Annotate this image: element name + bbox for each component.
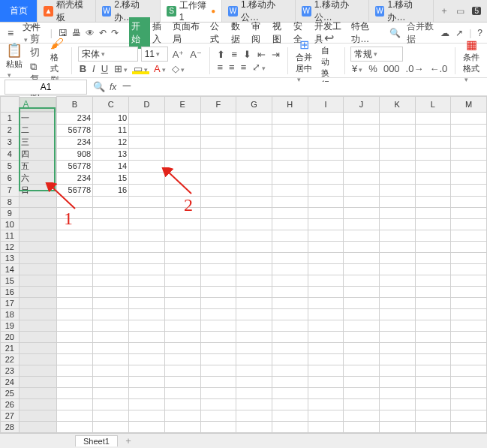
italic-button[interactable]: I — [91, 63, 97, 74]
col-header-J[interactable]: J — [344, 97, 380, 113]
grid[interactable]: ABCDEFGHIJKLM 1一234102二56778113三234124四9… — [0, 96, 487, 434]
cell[interactable] — [200, 112, 236, 124]
cell[interactable]: 二 — [19, 124, 56, 136]
cell[interactable] — [129, 331, 165, 342]
cell[interactable] — [272, 160, 308, 172]
name-box[interactable] — [5, 80, 87, 95]
cell[interactable] — [451, 136, 487, 148]
cell[interactable] — [93, 241, 129, 252]
cell[interactable] — [129, 353, 165, 365]
formula-input[interactable] — [119, 82, 487, 92]
cell[interactable] — [308, 124, 344, 136]
cell[interactable] — [379, 387, 415, 398]
indent-dec-icon[interactable]: ⇤ — [256, 49, 267, 60]
col-header-E[interactable]: E — [164, 97, 200, 113]
cell[interactable] — [236, 263, 272, 275]
cell[interactable] — [236, 275, 272, 286]
cell[interactable] — [344, 196, 380, 207]
cell[interactable] — [379, 353, 415, 365]
cell[interactable] — [164, 207, 200, 218]
merge-data-button[interactable]: 合并数据 — [407, 20, 434, 46]
cell[interactable] — [344, 124, 380, 136]
cell[interactable] — [379, 398, 415, 410]
cell[interactable] — [164, 353, 200, 365]
cell[interactable] — [200, 398, 236, 410]
cell[interactable] — [415, 275, 451, 286]
cell[interactable] — [415, 353, 451, 365]
cell[interactable] — [56, 320, 93, 331]
cell[interactable] — [308, 136, 344, 148]
cell[interactable] — [236, 124, 272, 136]
cell[interactable] — [164, 365, 200, 376]
cell[interactable] — [308, 112, 344, 124]
cell[interactable] — [415, 376, 451, 387]
cell[interactable]: 56778 — [56, 160, 93, 172]
cell[interactable] — [129, 148, 165, 160]
cell[interactable] — [379, 320, 415, 331]
cell[interactable] — [236, 320, 272, 331]
cell[interactable] — [308, 342, 344, 353]
cell[interactable] — [451, 297, 487, 308]
cell[interactable] — [415, 308, 451, 320]
cell[interactable] — [415, 252, 451, 263]
cell[interactable] — [129, 241, 165, 252]
cell[interactable] — [200, 263, 236, 275]
cell[interactable] — [200, 160, 236, 172]
cell[interactable] — [451, 207, 487, 218]
cell[interactable] — [129, 252, 165, 263]
cell[interactable] — [344, 263, 380, 275]
cell[interactable] — [129, 387, 165, 398]
row-header[interactable]: 16 — [1, 286, 20, 297]
row-header[interactable]: 4 — [1, 148, 20, 160]
cell[interactable] — [56, 331, 93, 342]
cell[interactable] — [379, 376, 415, 387]
cell[interactable] — [236, 398, 272, 410]
cell[interactable] — [200, 172, 236, 184]
cell[interactable] — [308, 320, 344, 331]
percent-icon[interactable]: % — [367, 63, 379, 74]
format-brush-button[interactable]: 🖌 格式刷 — [49, 36, 65, 86]
cell[interactable] — [93, 286, 129, 297]
cell[interactable] — [56, 342, 93, 353]
numberformat-select[interactable]: 常规 — [350, 47, 403, 62]
col-header-B[interactable]: B — [56, 97, 93, 113]
row-header[interactable]: 1 — [1, 112, 20, 124]
bold-button[interactable]: B — [78, 63, 88, 74]
cell[interactable] — [19, 263, 56, 275]
cell[interactable] — [164, 331, 200, 342]
cell[interactable] — [379, 410, 415, 421]
cell[interactable] — [344, 172, 380, 184]
row-header[interactable]: 7 — [1, 184, 20, 196]
cell[interactable] — [164, 398, 200, 410]
cell[interactable] — [344, 353, 380, 365]
cell[interactable] — [93, 263, 129, 275]
cell[interactable] — [308, 241, 344, 252]
cell[interactable]: 三 — [19, 136, 56, 148]
row-header[interactable]: 22 — [1, 353, 20, 365]
cell[interactable] — [344, 207, 380, 218]
row-header[interactable]: 18 — [1, 308, 20, 320]
cell[interactable] — [56, 297, 93, 308]
cell[interactable] — [19, 297, 56, 308]
cell[interactable] — [272, 353, 308, 365]
font-grow-icon[interactable]: A⁺ — [171, 49, 186, 60]
row-header[interactable]: 13 — [1, 252, 20, 263]
cell[interactable] — [415, 387, 451, 398]
cell[interactable] — [129, 160, 165, 172]
cell[interactable] — [236, 353, 272, 365]
menu-data[interactable]: 数据 — [229, 17, 250, 49]
cell[interactable] — [415, 241, 451, 252]
fontsize-select[interactable]: 11 — [141, 47, 168, 62]
cell[interactable] — [344, 297, 380, 308]
cell[interactable] — [272, 172, 308, 184]
cloud-icon[interactable]: ☁ — [440, 28, 449, 38]
cell[interactable] — [344, 286, 380, 297]
cell[interactable] — [200, 421, 236, 432]
cell[interactable] — [308, 196, 344, 207]
cell[interactable] — [236, 172, 272, 184]
cell[interactable] — [93, 230, 129, 241]
cell[interactable] — [164, 241, 200, 252]
cell[interactable] — [164, 148, 200, 160]
cell[interactable] — [164, 184, 200, 196]
cell[interactable] — [164, 160, 200, 172]
